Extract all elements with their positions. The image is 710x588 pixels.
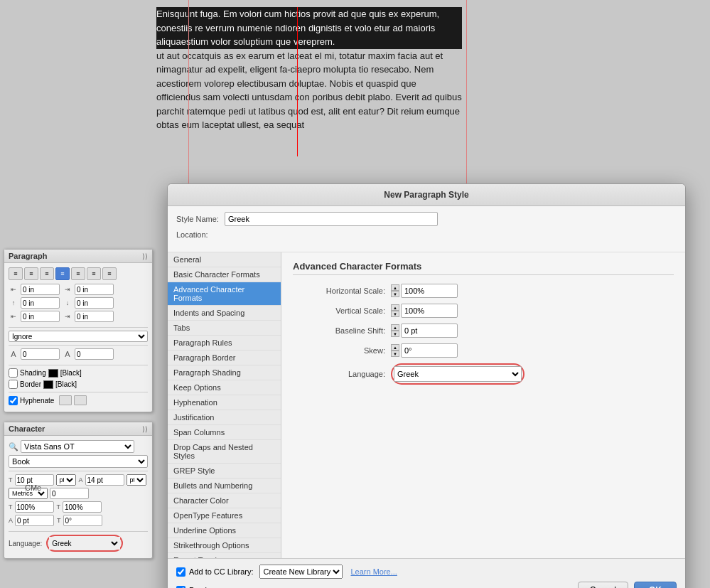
align-center-btn[interactable]: ≡: [24, 267, 38, 280]
hyphenate-checkbox[interactable]: [9, 396, 18, 405]
extra-right-input[interactable]: [75, 311, 114, 322]
space-fields: ↑ ↓: [9, 297, 148, 311]
shading-checkbox[interactable]: [9, 368, 18, 378]
size-unit[interactable]: pt: [56, 474, 76, 486]
font-search-row: 🔍 Vista Sans OT: [9, 440, 148, 453]
sidebar-general[interactable]: General: [168, 252, 281, 267]
border-row: Border [Black]: [9, 380, 148, 389]
hyphenate-icon1[interactable]: [59, 395, 72, 405]
learn-more-link[interactable]: Learn More...: [350, 567, 397, 576]
align-justify-center-btn[interactable]: ≡: [71, 267, 85, 280]
skew-dialog-input[interactable]: [401, 343, 458, 358]
character-panel-header[interactable]: Character ⟩⟩: [4, 422, 152, 436]
sidebar-export[interactable]: Export Tagging: [168, 553, 281, 558]
indent-right-input[interactable]: [75, 284, 114, 295]
border-checkbox[interactable]: [9, 380, 18, 389]
sidebar-keep-options[interactable]: Keep Options: [168, 380, 281, 395]
ignore-dropdown[interactable]: Ignore: [9, 331, 148, 342]
space-after-input[interactable]: [75, 297, 114, 309]
hyphenate-icon2[interactable]: [74, 395, 87, 405]
preview-checkbox[interactable]: [176, 586, 185, 589]
sidebar-para-rules[interactable]: Paragraph Rules: [168, 336, 281, 351]
drop-cap-lines-input[interactable]: [75, 348, 114, 360]
size-icon: T: [9, 476, 13, 483]
sidebar-indents[interactable]: Indents and Spacing: [168, 306, 281, 321]
font-name-dropdown[interactable]: Vista Sans OT: [21, 440, 134, 453]
baseline-dialog-input[interactable]: [401, 324, 458, 338]
extra-left-row: ⇤: [9, 311, 60, 322]
space-before-input[interactable]: [21, 297, 60, 309]
sidebar-basic-char[interactable]: Basic Character Formats: [168, 267, 281, 282]
leading-input[interactable]: [85, 474, 124, 486]
h-scale-up[interactable]: ▲: [391, 284, 399, 291]
align-justify-all-btn[interactable]: ≡: [102, 267, 117, 280]
sidebar-underline[interactable]: Underline Options: [168, 523, 281, 538]
leading-row: A pt: [79, 474, 146, 486]
indent-left-input[interactable]: [21, 284, 60, 295]
h-scale-dialog-input[interactable]: [401, 284, 458, 298]
sidebar-para-border[interactable]: Paragraph Border: [168, 351, 281, 365]
sidebar-opentype[interactable]: OpenType Features: [168, 508, 281, 523]
sidebar-drop-caps[interactable]: Drop Caps and Nested Styles: [168, 440, 281, 464]
v-scale-dialog-input[interactable]: [401, 304, 458, 318]
skew-input[interactable]: [63, 515, 102, 526]
preview-area: Preview: [176, 586, 578, 589]
extra-right-row: ⇥: [63, 311, 114, 322]
ok-button[interactable]: OK: [634, 582, 677, 588]
space-before-row: ↑: [9, 297, 60, 309]
sidebar-advanced-char[interactable]: Advanced Character Formats: [168, 282, 281, 306]
skew-up[interactable]: ▲: [391, 344, 399, 351]
sidebar-hyphenation[interactable]: Hyphenation: [168, 395, 281, 410]
cc-library-dropdown[interactable]: Create New Library: [259, 565, 343, 579]
baseline-down[interactable]: ▼: [391, 331, 399, 337]
location-row: Location:: [176, 230, 677, 239]
char-language-circle: Greek: [46, 535, 123, 552]
char-language-dropdown[interactable]: Greek: [49, 537, 120, 550]
add-to-cc-checkbox[interactable]: [176, 567, 185, 577]
drop-cap-chars-input[interactable]: [21, 348, 60, 360]
normal-text: ut aut occatquis as ex earum et laceat e…: [156, 49, 462, 132]
style-name-input[interactable]: [225, 212, 438, 226]
sidebar-bullets[interactable]: Bullets and Numbering: [168, 479, 281, 493]
v-scale-down[interactable]: ▼: [391, 311, 399, 317]
space-after-row: ↓: [63, 297, 114, 309]
sidebar-para-shading[interactable]: Paragraph Shading: [168, 365, 281, 380]
language-dialog-dropdown[interactable]: Greek English: USA French German: [394, 366, 522, 382]
align-right-btn[interactable]: ≡: [40, 267, 54, 280]
character-panel-collapse[interactable]: ⟩⟩: [142, 425, 148, 433]
extra-left-input[interactable]: [21, 311, 60, 322]
leading-unit[interactable]: pt: [127, 474, 146, 486]
skew-down[interactable]: ▼: [391, 351, 399, 357]
sidebar-grep[interactable]: GREP Style: [168, 464, 281, 479]
align-justify-left-btn[interactable]: ≡: [55, 267, 70, 280]
h-scale-input[interactable]: [15, 501, 54, 513]
hyphenate-label: Hyphenate: [20, 397, 54, 405]
skew-stepper: ▲ ▼: [391, 343, 458, 358]
baseline-up[interactable]: ▲: [391, 324, 399, 331]
extra-right-icon: ⇥: [63, 313, 72, 320]
v-scale-up[interactable]: ▲: [391, 304, 399, 311]
font-style-dropdown[interactable]: Book: [9, 455, 148, 468]
sidebar-span-cols[interactable]: Span Columns: [168, 425, 281, 440]
dialog-section-title: Advanced Character Formats: [293, 261, 674, 275]
h-scale-down[interactable]: ▼: [391, 291, 399, 297]
paragraph-panel-collapse[interactable]: ⟩⟩: [142, 252, 148, 260]
baseline-dialog-row: Baseline Shift: ▲ ▼: [293, 324, 674, 338]
baseline-input[interactable]: [15, 515, 54, 526]
sidebar-char-color[interactable]: Character Color: [168, 493, 281, 508]
cancel-button[interactable]: Cancel: [578, 582, 628, 588]
border-swatch[interactable]: [43, 380, 53, 389]
align-left-btn[interactable]: ≡: [9, 267, 23, 280]
indent-fields: ⇤ ⇥: [9, 284, 148, 297]
sidebar-tabs[interactable]: Tabs: [168, 321, 281, 336]
drop-cap-lines-icon: A: [63, 350, 72, 358]
size-row: T pt: [9, 474, 76, 486]
sidebar-strikethrough[interactable]: Strikethrough Options: [168, 538, 281, 553]
v-scale-dialog-row: Vertical Scale: ▲ ▼: [293, 304, 674, 318]
shading-swatch[interactable]: [48, 369, 58, 378]
align-justify-right-btn[interactable]: ≡: [87, 267, 101, 280]
paragraph-panel-header[interactable]: Paragraph ⟩⟩: [4, 250, 152, 263]
tracking-input[interactable]: [50, 488, 89, 499]
v-scale-input[interactable]: [63, 501, 102, 513]
sidebar-justification[interactable]: Justification: [168, 410, 281, 425]
